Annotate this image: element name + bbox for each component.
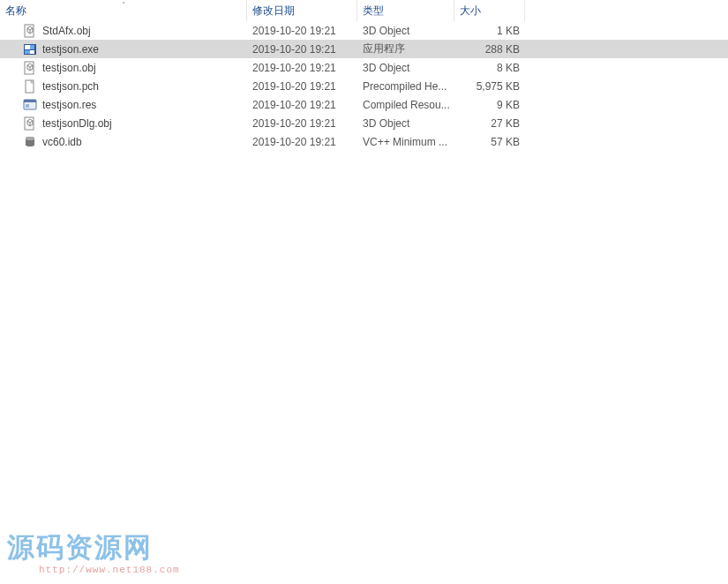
file-name-cell: testjson.pch <box>0 77 247 95</box>
svg-rect-10 <box>26 104 29 108</box>
watermark-url: http://www.net188.com <box>39 565 180 575</box>
file-size-cell: 288 KB <box>454 40 525 58</box>
file-date-cell: 2019-10-20 19:21 <box>247 77 357 95</box>
svg-rect-2 <box>25 45 30 49</box>
file-row[interactable]: testjsonDlg.obj2019-10-20 19:213D Object… <box>0 114 728 132</box>
sort-ascending-icon: ˄ <box>122 1 125 9</box>
file-type-cell: 应用程序 <box>357 40 454 58</box>
file-type-cell: 3D Object <box>357 114 454 132</box>
svg-rect-4 <box>25 50 30 54</box>
file-type-cell: 3D Object <box>357 58 454 77</box>
column-header-date-label: 修改日期 <box>252 4 295 19</box>
file-type-cell: Precompiled He... <box>357 77 454 95</box>
file-row[interactable]: vc60.idb2019-10-20 19:21VC++ Minimum ...… <box>0 132 728 151</box>
file-type-cell: Compiled Resou... <box>357 95 454 114</box>
file-list: StdAfx.obj2019-10-20 19:213D Object1 KBt… <box>0 21 728 151</box>
obj-file-icon <box>23 116 37 131</box>
column-header-size[interactable]: 大小 <box>454 0 525 21</box>
file-name-cell: testjson.exe <box>0 40 247 58</box>
exe-file-icon <box>23 42 37 56</box>
column-header-name[interactable]: 名称 ˄ <box>0 0 247 21</box>
obj-file-icon <box>23 61 37 75</box>
svg-rect-0 <box>25 25 34 37</box>
file-name-label: testjsonDlg.obj <box>42 117 112 130</box>
file-name-cell: testjson.obj <box>0 58 247 77</box>
res-file-icon <box>23 98 37 112</box>
file-date-cell: 2019-10-20 19:21 <box>247 40 357 58</box>
svg-rect-11 <box>25 117 34 130</box>
file-name-label: testjson.pch <box>42 80 99 93</box>
column-header-name-label: 名称 <box>5 4 26 19</box>
file-size-cell: 5,975 KB <box>454 77 525 95</box>
file-size-cell: 27 KB <box>454 114 525 132</box>
idb-file-icon <box>23 135 37 149</box>
svg-rect-9 <box>24 100 36 102</box>
column-header-date[interactable]: 修改日期 <box>247 0 357 21</box>
file-date-cell: 2019-10-20 19:21 <box>247 132 357 151</box>
file-name-label: testjson.obj <box>42 62 96 74</box>
file-type-cell: 3D Object <box>357 21 454 40</box>
svg-rect-5 <box>30 50 34 54</box>
file-name-cell: vc60.idb <box>0 132 247 151</box>
obj-file-icon <box>23 24 37 38</box>
file-row[interactable]: testjson.obj2019-10-20 19:213D Object8 K… <box>0 58 728 77</box>
file-row[interactable]: testjson.res2019-10-20 19:21Compiled Res… <box>0 95 728 114</box>
file-size-cell: 8 KB <box>454 58 525 77</box>
file-name-label: vc60.idb <box>42 136 82 148</box>
file-name-label: StdAfx.obj <box>42 25 91 37</box>
file-name-cell: testjson.res <box>0 95 247 114</box>
svg-rect-6 <box>25 62 34 74</box>
file-name-label: testjson.res <box>42 99 96 111</box>
file-date-cell: 2019-10-20 19:21 <box>247 95 357 114</box>
file-row[interactable]: StdAfx.obj2019-10-20 19:213D Object1 KB <box>0 21 728 40</box>
file-date-cell: 2019-10-20 19:21 <box>247 58 357 77</box>
svg-rect-3 <box>30 45 34 49</box>
file-type-cell: VC++ Minimum ... <box>357 132 454 151</box>
file-file-icon <box>23 79 37 94</box>
file-name-cell: testjsonDlg.obj <box>0 114 247 132</box>
file-date-cell: 2019-10-20 19:21 <box>247 21 357 40</box>
column-header-type[interactable]: 类型 <box>357 0 454 21</box>
column-header-size-label: 大小 <box>460 4 481 19</box>
file-size-cell: 57 KB <box>454 132 525 151</box>
column-header-type-label: 类型 <box>363 4 384 19</box>
file-row[interactable]: testjson.pch2019-10-20 19:21Precompiled … <box>0 77 728 95</box>
file-name-label: testjson.exe <box>42 43 99 56</box>
file-date-cell: 2019-10-20 19:21 <box>247 114 357 132</box>
file-name-cell: StdAfx.obj <box>0 21 247 40</box>
svg-point-13 <box>26 137 34 140</box>
file-size-cell: 9 KB <box>454 95 525 114</box>
file-row[interactable]: testjson.exe2019-10-20 19:21应用程序288 KB <box>0 40 728 58</box>
watermark-text: 源码资源网 <box>7 529 153 566</box>
column-header-row: 名称 ˄ 修改日期 类型 大小 <box>0 0 728 21</box>
file-size-cell: 1 KB <box>454 21 525 40</box>
